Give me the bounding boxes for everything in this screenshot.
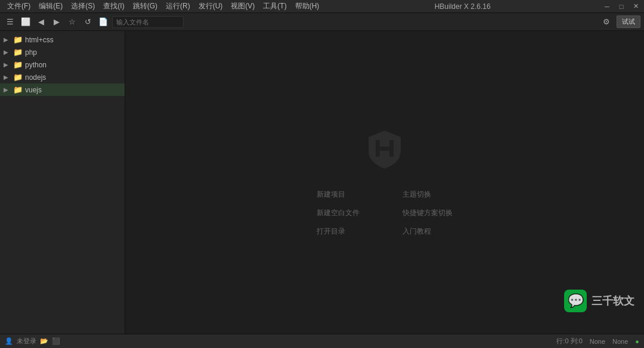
status-user-label[interactable]: 未登录	[17, 337, 36, 346]
wechat-icon: 💬	[564, 290, 587, 312]
status-none2: None	[612, 338, 628, 345]
toolbar-menu-icon[interactable]: ☰	[4, 15, 17, 29]
toolbar-refresh-icon[interactable]: ↺	[81, 15, 94, 29]
title-bar: 文件(F) 编辑(E) 选择(S) 查找(I) 跳转(G) 运行(R) 发行(U…	[0, 0, 644, 13]
sidebar-item-vuejs[interactable]: ▶ 📁 vuejs	[0, 83, 125, 96]
svg-rect-2	[376, 147, 394, 151]
folder-icon-vuejs: 📁	[13, 85, 23, 94]
watermark-text: 三千软文	[592, 294, 634, 308]
minimize-button[interactable]: ─	[602, 2, 612, 11]
menu-view[interactable]: 视图(V)	[227, 1, 258, 11]
sidebar-label-htmlcss: html+css	[25, 36, 54, 44]
quick-links: 新建项目 主题切换 新建空白文件 快捷键方案切换 打开目录 入门教程	[317, 189, 453, 237]
quick-link-tutorial[interactable]: 入门教程	[402, 226, 453, 237]
menu-run[interactable]: 运行(R)	[162, 1, 194, 11]
menu-bar: 文件(F) 编辑(E) 选择(S) 查找(I) 跳转(G) 运行(R) 发行(U…	[4, 1, 323, 11]
toolbar-file-icon[interactable]: 📄	[97, 15, 110, 29]
toolbar: ☰ ⬜ ◀ ▶ ☆ ↺ 📄 ⚙ 试试	[0, 13, 644, 31]
status-none1: None	[590, 338, 605, 345]
folder-icon-htmlcss: 📁	[13, 35, 23, 44]
status-right: 行:0 列:0 None None ●	[556, 337, 639, 346]
toolbar-bookmark-icon[interactable]: ☆	[66, 15, 79, 29]
tree-arrow-nodejs: ▶	[4, 74, 11, 80]
hbuilder-logo	[364, 128, 405, 172]
status-dot: ●	[635, 338, 639, 345]
quick-link-keymap[interactable]: 快捷键方案切换	[402, 208, 453, 218]
sidebar-item-php[interactable]: ▶ 📁 php	[0, 46, 125, 58]
menu-help[interactable]: 帮助(H)	[292, 1, 323, 11]
trial-button[interactable]: 试试	[617, 15, 640, 28]
quick-link-theme[interactable]: 主题切换	[402, 189, 453, 200]
folder-icon-nodejs: 📁	[13, 73, 23, 82]
menu-edit[interactable]: 编辑(E)	[35, 1, 66, 11]
tree-arrow-python: ▶	[4, 61, 11, 68]
sidebar-item-python[interactable]: ▶ 📁 python	[0, 58, 125, 71]
status-user-icon: 👤	[5, 337, 13, 345]
status-line-col: 行:0 列:0	[556, 337, 582, 346]
tree-arrow-vuejs: ▶	[4, 86, 11, 93]
status-file-manager-icon[interactable]: 📂	[40, 337, 48, 345]
sidebar-label-python: python	[25, 61, 47, 69]
window-title: HBuilder X 2.6.16	[323, 2, 602, 11]
toolbar-back-icon[interactable]: ◀	[35, 15, 48, 29]
sidebar-item-nodejs[interactable]: ▶ 📁 nodejs	[0, 71, 125, 83]
maximize-button[interactable]: □	[617, 2, 626, 11]
sidebar: ▶ 📁 html+css ▶ 📁 php ▶ 📁 python ▶ 📁 node…	[0, 31, 125, 334]
toolbar-right: ⚙ 试试	[600, 15, 640, 29]
menu-file[interactable]: 文件(F)	[4, 1, 34, 11]
close-button[interactable]: ✕	[631, 2, 640, 11]
status-left: 👤 未登录 📂 ⬛	[5, 337, 60, 346]
status-bar: 👤 未登录 📂 ⬛ 行:0 列:0 None None ●	[0, 334, 644, 348]
quick-link-new-project[interactable]: 新建项目	[317, 189, 367, 200]
toolbar-forward-icon[interactable]: ▶	[50, 15, 63, 29]
editor-area: 新建项目 主题切换 新建空白文件 快捷键方案切换 打开目录 入门教程 💬 三千软…	[125, 31, 644, 334]
menu-select[interactable]: 选择(S)	[67, 1, 98, 11]
filter-icon[interactable]: ⚙	[600, 15, 613, 29]
watermark: 💬 三千软文	[564, 290, 634, 312]
menu-tools[interactable]: 工具(T)	[259, 1, 290, 11]
file-search-input[interactable]	[112, 16, 184, 28]
sidebar-label-php: php	[25, 48, 37, 57]
folder-icon-php: 📁	[13, 48, 23, 57]
quick-link-open-dir[interactable]: 打开目录	[317, 226, 367, 237]
menu-goto[interactable]: 跳转(G)	[129, 1, 161, 11]
menu-publish[interactable]: 发行(U)	[195, 1, 227, 11]
sidebar-item-htmlcss[interactable]: ▶ 📁 html+css	[0, 33, 125, 46]
window-controls: ─ □ ✕	[602, 2, 640, 11]
status-terminal-icon[interactable]: ⬛	[52, 337, 60, 345]
folder-icon-python: 📁	[13, 60, 23, 69]
tree-arrow-htmlcss: ▶	[4, 36, 11, 43]
main-area: ▶ 📁 html+css ▶ 📁 php ▶ 📁 python ▶ 📁 node…	[0, 31, 644, 334]
sidebar-label-nodejs: nodejs	[25, 73, 46, 82]
menu-find[interactable]: 查找(I)	[100, 1, 128, 11]
toolbar-new-icon[interactable]: ⬜	[19, 15, 32, 29]
quick-link-new-file[interactable]: 新建空白文件	[317, 208, 367, 218]
tree-arrow-php: ▶	[4, 49, 11, 55]
sidebar-label-vuejs: vuejs	[25, 86, 42, 94]
